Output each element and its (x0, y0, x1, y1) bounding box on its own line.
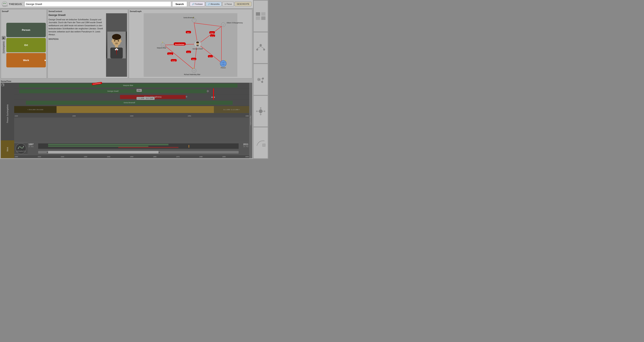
semacontent-inner: George Orwell George Orwell war ein brit… (48, 13, 127, 77)
semavis-logo-area: SEMAVIS (14, 143, 28, 154)
svg-rect-66 (261, 16, 266, 20)
semp-content: ▶ Suchergebnis Person Ort Werk ▶ (2, 13, 46, 77)
semp-play-button[interactable]: ▶ (2, 36, 6, 40)
semp-block-werk[interactable]: Werk ▶ (6, 53, 46, 67)
svg-text:✛: ✛ (162, 41, 163, 43)
mini-marker (188, 145, 189, 148)
svg-text:is-a: is-a (209, 56, 212, 58)
svg-point-82 (260, 107, 262, 109)
st-axis-labels: 1920 1930 1940 1950 1960 (14, 115, 249, 117)
george-orwell-photo (106, 31, 127, 58)
st-axis-row: 1920 1930 1940 1950 1960 (14, 114, 249, 118)
eileen-label: Eileen O'Shaughnessy (227, 22, 243, 24)
svg-text:Kinde: Kinde (172, 60, 176, 62)
sidebar-thumb-scatter[interactable] (254, 64, 268, 95)
george-end-marker (207, 90, 209, 92)
st-bottom-top-row: SEMAVIS 1897 22. Dez 2 (14, 142, 249, 155)
svg-rect-51 (196, 45, 198, 46)
sidebar-thumb-radial[interactable] (254, 95, 268, 127)
st-rows: Marjorie Blair Geschwister George Orwell (14, 83, 249, 142)
edge-label-is-a1: is-a (186, 51, 191, 53)
sidebar-thumb-grid[interactable] (254, 0, 268, 32)
main-content: THESEUS THESEUS Search 🔗 Freebase 🔗 Alex… (0, 0, 253, 159)
svg-text:Er-a: Er-a (211, 35, 214, 37)
sidebar-thumb-network[interactable] (254, 32, 268, 63)
semp-block-ort[interactable]: Ort (6, 38, 46, 52)
werk-arrow-icon: ▶ (45, 59, 46, 61)
sematime-title: SemaTime (1, 80, 252, 82)
sonia-label: Sonia Brownell (184, 17, 194, 18)
sematime-play-button[interactable]: ▶ (2, 83, 4, 86)
svg-text:Ge-a: Ge-a (192, 59, 195, 60)
semagraph-title: SemaGraph (130, 10, 251, 12)
edge-label-kinde1: Kinde (167, 52, 173, 55)
semacontent-source: WIKIPEDIA (48, 38, 104, 41)
george-bar[interactable]: George Orwell (19, 89, 207, 93)
svg-text:Geschwister: Geschwister (175, 43, 184, 45)
scroll-handle[interactable] (48, 151, 158, 154)
scroll-right-arrow[interactable]: ► (158, 151, 160, 153)
scroll-left-arrow[interactable]: ◄ (46, 151, 48, 153)
history-nav-button[interactable]: GESCHICHTE (234, 2, 252, 6)
george-orwell-center-label: George Orwell (192, 48, 203, 50)
semagraph-panel: SemaGraph (129, 9, 252, 78)
semagraph-inner: Eric Ehef. Er-a Geschwister (130, 13, 251, 77)
sidebar-thumb-scatter-icon (255, 75, 266, 84)
logo-text: THESEUS (9, 3, 22, 5)
edge-label-ehef: Ehef. (209, 31, 215, 34)
george-orwell-node[interactable] (194, 41, 201, 48)
svg-rect-64 (261, 12, 266, 16)
marjorie-label: Marjorie Blair (157, 47, 166, 49)
edge-label-ge-a: Ge-a (191, 58, 196, 60)
sonia-bar[interactable]: Sonia Brownell (26, 101, 233, 105)
sidebar-thumb-network-icon (255, 43, 266, 52)
mini-bar-3 (118, 147, 178, 148)
person-section-label: Person (6, 117, 8, 123)
svg-rect-91 (262, 144, 265, 146)
eigenschaften-strip: Eigenschaften (249, 83, 252, 158)
semavis-icon (18, 145, 24, 150)
semp-title: SemaP (2, 10, 46, 12)
svg-point-68 (260, 44, 262, 46)
svg-point-69 (256, 49, 258, 50)
eileen-node[interactable]: i (221, 22, 226, 27)
george-row: George Orwell Ehe (14, 88, 249, 94)
werk-bar-right: 21.1.1950 11.12.1980 > (214, 106, 249, 113)
logo-area: THESEUS THESEUS (2, 1, 22, 7)
svg-point-4 (112, 34, 121, 40)
richard-label: Richard Walmsley Blair (184, 73, 200, 75)
sidebar-thumb-partial-icon (255, 138, 266, 148)
sidebar-thumb-partial[interactable] (254, 127, 268, 159)
svg-text:Eric: Eric (187, 32, 190, 33)
edge-label-geschwister: Geschwister (174, 42, 186, 45)
svg-text:THESEUS: THESEUS (2, 5, 8, 6)
semp-block-person[interactable]: Person (6, 23, 46, 37)
year-end-label: 2011 18. Feb (243, 143, 248, 147)
edge-label-eric: Eric (186, 31, 191, 33)
eileen-end-marker (186, 96, 187, 97)
search-input[interactable] (24, 1, 171, 7)
svg-point-9 (114, 40, 116, 41)
focus-nav-button[interactable]: ⊙ Focus (222, 2, 234, 6)
semacontent-text: George Orwell George Orwell war ein brit… (48, 13, 104, 77)
svg-rect-73 (255, 75, 266, 84)
semacontent-description: George Orwell war ein britischer Schrift… (48, 18, 104, 36)
st-bottom: SEMAVIS 1897 22. Dez 2 (14, 142, 249, 158)
svg-point-70 (263, 49, 265, 50)
mini-timeline-container: 1897 22. Dez 2011 18. Feb (28, 142, 249, 155)
st-bottom-axis-labels: 1900 1910 1920 1930 1940 1950 1960 1970 … (14, 156, 249, 158)
werk-bar-main (56, 106, 214, 113)
year-start-label: 1897 22. Dez (28, 143, 34, 147)
marjorie-bar[interactable]: Marjorie Blair (19, 83, 238, 87)
freebase-nav-button[interactable]: 🔗 Freebase (190, 2, 205, 6)
svg-text:i: i (194, 19, 194, 20)
marjorie-row: Marjorie Blair Geschwister (14, 83, 249, 88)
search-button[interactable]: Search (172, 1, 187, 7)
st-play-wrap: ▶ (1, 83, 14, 87)
alexandria-nav-button[interactable]: 🔗 Alexandria (206, 2, 222, 6)
eigenschaften-label: Eigenschaften (250, 116, 252, 125)
person-graph-label: Person (220, 67, 226, 69)
svg-rect-65 (256, 16, 260, 20)
eileen-bar[interactable]: Eileen O'Shaughnessy (120, 95, 186, 99)
mini-bar-1 (48, 144, 168, 145)
